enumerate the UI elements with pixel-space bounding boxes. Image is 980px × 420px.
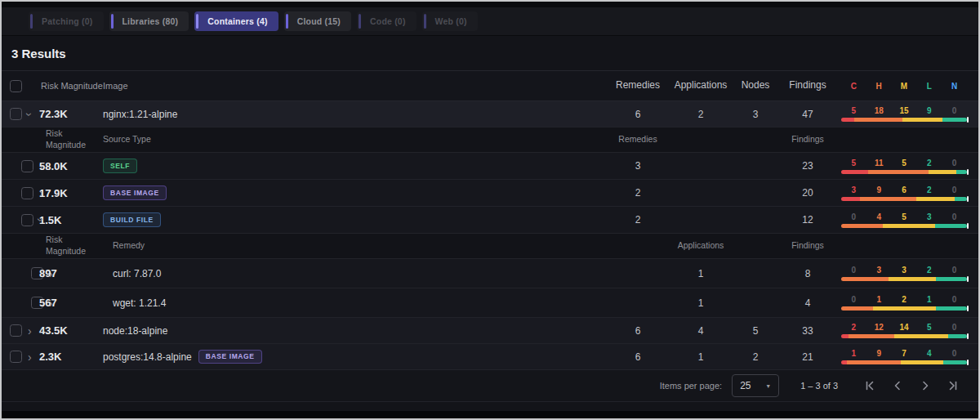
chevron-down-icon[interactable]: ›	[35, 218, 47, 222]
items-per-page-select[interactable]: 25 ▼	[732, 374, 779, 397]
image-name: postgres:14.8-alpine BASE IMAGE	[103, 350, 609, 364]
applications-value: 2	[666, 109, 735, 120]
table-row-postgres[interactable]: › 2.3K postgres:14.8-alpine BASE IMAGE 6…	[2, 344, 978, 370]
table-row-source-base-image[interactable]: › 17.9K BASE IMAGE 2 20 39620	[2, 180, 978, 207]
table-header-row: Risk Magnitude Image Remedies Applicatio…	[2, 71, 978, 101]
empty-area	[2, 402, 978, 411]
tab-cloud[interactable]: Cloud (15)	[284, 11, 351, 31]
items-per-page-value: 25	[740, 380, 751, 391]
tab-patching[interactable]: Patching (0)	[29, 11, 104, 31]
source-type-cell: BUILD FILE	[103, 212, 609, 227]
remedies-value: 6	[609, 351, 666, 363]
row-checkbox[interactable]	[21, 214, 33, 226]
tab-code[interactable]: Code (0)	[357, 11, 416, 31]
previous-page-button[interactable]	[887, 376, 908, 395]
remedy-name: wget: 1.21.4	[103, 297, 609, 309]
risk-magnitude-value: 567	[39, 297, 103, 309]
applications-value: 1	[666, 297, 735, 309]
results-count-heading: 3 Results	[11, 47, 969, 60]
column-nodes: Nodes	[735, 79, 776, 92]
column-risk-magnitude: Risk Magnitude	[39, 235, 103, 257]
source-type-badge: SELF	[103, 159, 137, 173]
applications-value: 1	[666, 351, 735, 363]
severity-cell: 19740	[840, 349, 969, 364]
image-name: nginx:1.21-alpine	[103, 109, 609, 120]
category-tabbar: Patching (0) Libraries (80) Containers (…	[2, 7, 978, 36]
image-label: postgres:14.8-alpine	[103, 351, 192, 363]
top-strip	[2, 2, 978, 7]
table-row-nginx[interactable]: › 72.3K nginx:1.21-alpine 6 2 3 47 51815…	[2, 101, 978, 127]
row-select-cell: ›	[2, 187, 39, 199]
header-select-cell	[2, 80, 39, 92]
last-page-button[interactable]	[942, 376, 964, 395]
last-page-icon	[947, 380, 959, 391]
column-applications: Applications	[666, 240, 735, 252]
select-all-checkbox[interactable]	[10, 80, 22, 92]
source-type-badge: BASE IMAGE	[198, 350, 262, 364]
severity-low-letter: L	[916, 82, 942, 91]
risk-magnitude-value: 897	[39, 267, 103, 279]
severity-cell: 39620	[840, 185, 969, 201]
row-checkbox[interactable]	[21, 187, 33, 199]
column-remedies: Remedies	[609, 134, 666, 145]
pagination-range-label: 1 – 3 of 3	[800, 381, 838, 391]
severity-cell: 04530	[840, 212, 969, 228]
findings-value: 47	[776, 109, 840, 120]
findings-value: 12	[776, 214, 840, 226]
next-page-button[interactable]	[915, 376, 936, 395]
column-findings: Findings	[776, 134, 840, 145]
severity-cell: 03320	[840, 266, 969, 281]
column-risk-magnitude: Risk Magnitude	[39, 128, 103, 150]
row-checkbox[interactable]	[10, 351, 22, 363]
applications-value: 1	[666, 268, 735, 279]
column-image: Image	[103, 80, 609, 92]
findings-value: 20	[776, 187, 840, 199]
nested-header-remedy: Risk Magnitude Remedy Applications Findi…	[2, 234, 978, 259]
tab-containers[interactable]: Containers (4)	[194, 11, 278, 31]
nodes-value: 3	[735, 109, 776, 120]
row-checkbox[interactable]	[10, 324, 22, 337]
severity-none-letter: N	[942, 82, 967, 91]
column-source-type: Source Type	[103, 134, 609, 145]
first-page-button[interactable]	[859, 376, 880, 395]
remedies-value: 6	[609, 109, 666, 120]
chevron-down-icon: ▼	[765, 383, 771, 389]
row-checkbox[interactable]	[10, 108, 22, 120]
table-row-node[interactable]: › 43.5K node:18-alpine 6 4 5 33 2121450	[2, 318, 978, 344]
column-remedies: Remedies	[609, 79, 666, 92]
image-name: node:18-alpine	[103, 325, 609, 337]
remedy-label: curl: 7.87.0	[113, 268, 161, 279]
column-findings: Findings	[776, 79, 840, 92]
remedies-value: 6	[609, 325, 666, 337]
table-row-source-build-file[interactable]: › 1.5K BUILD FILE 2 12 04530	[2, 207, 978, 234]
column-severity-letters: C H M L N	[840, 82, 969, 91]
table-row-remedy-curl[interactable]: › 897 curl: 7.87.0 1 8 03320	[2, 259, 978, 288]
chevron-left-icon	[892, 380, 903, 391]
risk-magnitude-value: 43.5K	[39, 324, 103, 337]
findings-value: 23	[776, 160, 840, 172]
row-checkbox[interactable]	[21, 160, 33, 172]
chevron-right-icon[interactable]: ›	[28, 351, 32, 363]
table-row-remedy-wget[interactable]: › 567 wget: 1.21.4 1 4 01210	[2, 288, 978, 318]
severity-cell: 01210	[840, 295, 969, 311]
tab-web[interactable]: Web (0)	[422, 11, 478, 31]
chevron-right-icon[interactable]: ›	[28, 325, 32, 337]
findings-value: 33	[776, 325, 840, 337]
row-select-cell: ›	[2, 351, 39, 363]
nodes-value: 5	[735, 325, 776, 337]
pagination-bar: Items per page: 25 ▼ 1 – 3 of 3	[2, 370, 978, 402]
chevron-down-icon[interactable]: ›	[24, 112, 35, 116]
row-select-cell: ›	[2, 297, 39, 309]
risk-magnitude-value: 1.5K	[39, 214, 103, 226]
severity-medium-letter: M	[892, 82, 917, 91]
bottom-strip	[2, 411, 978, 418]
nodes-value: 2	[735, 351, 776, 363]
source-type-badge: BASE IMAGE	[103, 185, 167, 200]
source-type-badge: BUILD FILE	[103, 212, 161, 227]
row-select-cell: ›	[2, 324, 39, 337]
table-row-source-self[interactable]: › 58.0K SELF 3 23 511520	[2, 153, 978, 180]
pager-icons	[859, 376, 964, 395]
risk-magnitude-value: 17.9K	[39, 187, 103, 199]
findings-value: 4	[776, 297, 840, 309]
tab-libraries[interactable]: Libraries (80)	[109, 11, 189, 31]
